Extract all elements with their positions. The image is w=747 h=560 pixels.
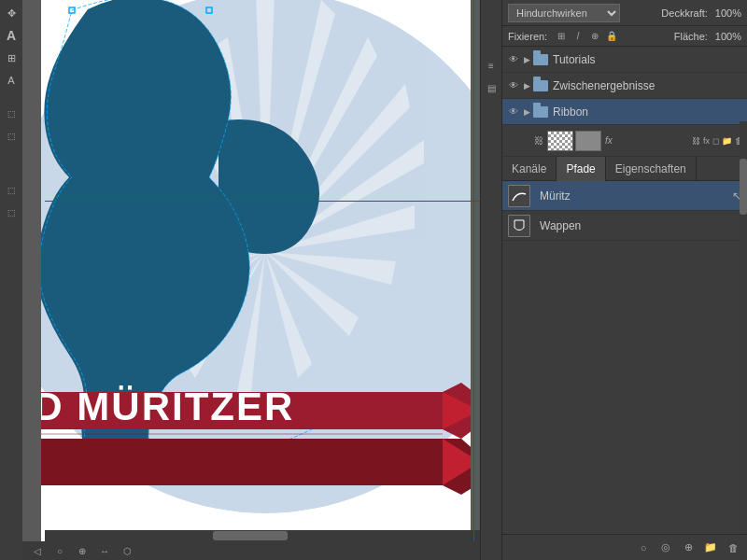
canvas-area: ND MÜRITZER ◁ ○ ⊕ ↔ ⬡ — [22, 0, 480, 560]
path-thumb-muritz — [508, 185, 530, 207]
layer-item-ribbon[interactable]: 👁 ▶ Ribbon — [502, 99, 747, 125]
guide-line-vertical — [473, 0, 474, 541]
hscroll-thumb[interactable] — [213, 531, 288, 540]
path-name-wappen: Wappen — [540, 219, 741, 232]
fixieren-row: Fixieren: ⊞ / ⊕ 🔒 Fläche: 100% — [502, 26, 747, 47]
layer-fx-label: fx — [605, 135, 613, 146]
layer-icon-folder2[interactable]: 📁 — [722, 136, 732, 146]
tool-mid2[interactable]: ⬚ — [2, 127, 21, 146]
guide-line-horizontal — [45, 201, 480, 202]
tool-mid1[interactable]: ⬚ — [2, 105, 21, 123]
status-icon-3[interactable]: ⊕ — [75, 543, 90, 558]
layer-icon-chain[interactable]: ⛓ — [692, 136, 700, 146]
red-ribbon: ND MÜRITZER — [41, 364, 471, 513]
path-icon-muritz — [510, 187, 529, 205]
path-icon-wappen — [510, 217, 529, 235]
mid-panel: ≡ ▤ — [480, 0, 502, 560]
tool-bottom1[interactable]: ⬚ — [2, 181, 21, 200]
layer-folder-zwischenergebnisse — [532, 77, 549, 94]
layer-item-tutorials[interactable]: 👁 ▶ Tutorials — [502, 47, 747, 73]
panel-vscroll-thumb[interactable] — [740, 159, 747, 215]
fix-icon-3[interactable]: ⊕ — [588, 30, 601, 43]
status-icon-1[interactable]: ◁ — [30, 543, 45, 558]
tabs-row: Kanäle Pfade Eigenschaften — [502, 157, 747, 181]
right-panel: Hindurchwirken Deckkraft: 100% Fixieren:… — [502, 0, 747, 560]
panel-icon-target[interactable]: ◎ — [657, 539, 674, 556]
fix-icon-2[interactable]: / — [571, 30, 585, 43]
path-item-muritz[interactable]: Müritz ↖ — [502, 181, 747, 211]
layer-folder-ribbon — [532, 104, 549, 120]
opacity-value: 100% — [715, 7, 741, 19]
flache-label: Fläche: — [674, 31, 708, 42]
layer-icon-mask[interactable]: ◻ — [712, 136, 719, 146]
layer-link-icon[interactable]: ⛓ — [532, 134, 545, 147]
mid-icon-1[interactable]: ≡ — [482, 56, 500, 75]
tool-bottom2[interactable]: ⬚ — [2, 203, 21, 222]
layer-thumb-checkered — [547, 131, 573, 151]
tool-unknown2[interactable]: A — [2, 71, 21, 90]
tool-unknown1[interactable]: ⊞ — [2, 49, 21, 67]
fix-icon-4[interactable]: 🔒 — [605, 30, 618, 43]
layer-folder-tutorials — [532, 51, 549, 68]
tool-move[interactable]: ✥ — [2, 4, 21, 22]
panel-bottom-bar: ○ ◎ ⊕ 📁 🗑 — [502, 534, 747, 560]
mid-icon-2[interactable]: ▤ — [482, 78, 500, 97]
svg-text:ND MÜRITZER: ND MÜRITZER — [41, 385, 294, 428]
layer-eye-zwischenergebnisse[interactable]: 👁 — [506, 78, 521, 93]
artwork-canvas: ND MÜRITZER — [41, 0, 471, 541]
canvas-hscrollbar[interactable] — [45, 530, 480, 541]
layer-icon-fx2[interactable]: fx — [703, 136, 710, 146]
status-icon-4[interactable]: ↔ — [97, 543, 112, 558]
tab-kanaele[interactable]: Kanäle — [502, 157, 557, 181]
layer-name-zwischenergebnisse: Zwischenergebnisse — [553, 79, 743, 92]
bottom-bar: ◁ ○ ⊕ ↔ ⬡ — [22, 541, 480, 560]
layer-item-zwischenergebnisse[interactable]: 👁 ▶ Zwischenergebnisse — [502, 73, 747, 99]
left-toolbar: ✥ A ⊞ A ⬚ ⬚ ⬚ ⬚ — [0, 0, 22, 560]
panel-icon-folder[interactable]: 📁 — [702, 539, 719, 556]
layer-eye-tutorials[interactable]: 👁 — [506, 52, 521, 67]
layer-arrow-zwischenergebnisse[interactable]: ▶ — [521, 78, 532, 93]
fixieren-label: Fixieren: — [508, 31, 547, 42]
tab-eigenschaften[interactable]: Eigenschaften — [606, 157, 697, 181]
opacity-label: Deckkraft: — [661, 7, 708, 19]
handle-tr — [206, 7, 212, 13]
path-name-muritz: Müritz — [540, 189, 726, 203]
layer-eye-ribbon[interactable]: 👁 — [506, 105, 521, 119]
panel-vscrollbar[interactable] — [740, 121, 747, 534]
layer-name-tutorials: Tutorials — [553, 53, 743, 66]
layer-icon-group: ⛓ fx ◻ 📁 🗑 — [692, 136, 743, 146]
layers-header: Hindurchwirken Deckkraft: 100% — [502, 0, 747, 26]
blend-mode-select[interactable]: Hindurchwirken — [508, 4, 620, 22]
layer-arrow-tutorials[interactable]: ▶ — [521, 52, 532, 67]
tab-pfade[interactable]: Pfade — [557, 157, 605, 181]
layer-thumb-row-ribbon[interactable]: ⛓ fx ⛓ fx ◻ 📁 🗑 — [502, 125, 747, 157]
panel-icon-trash[interactable]: 🗑 — [725, 539, 741, 556]
status-icon-2[interactable]: ○ — [52, 543, 67, 558]
flache-value: 100% — [715, 31, 741, 42]
artwork-inner: ND MÜRITZER — [41, 0, 471, 541]
status-icon-5[interactable]: ⬡ — [120, 543, 134, 558]
panel-icon-add[interactable]: ⊕ — [680, 539, 697, 556]
path-item-wappen[interactable]: Wappen — [502, 211, 747, 241]
fix-icon-1[interactable]: ⊞ — [555, 30, 568, 43]
tool-text[interactable]: A — [2, 26, 21, 45]
layer-arrow-ribbon[interactable]: ▶ — [521, 105, 532, 119]
panel-icon-circle[interactable]: ○ — [635, 539, 652, 556]
layer-thumb-solid — [575, 131, 601, 151]
paths-list: Müritz ↖ Wappen — [502, 181, 747, 241]
layer-name-ribbon: Ribbon — [553, 105, 743, 119]
path-thumb-wappen — [508, 215, 530, 237]
panel-spacer — [502, 241, 747, 534]
